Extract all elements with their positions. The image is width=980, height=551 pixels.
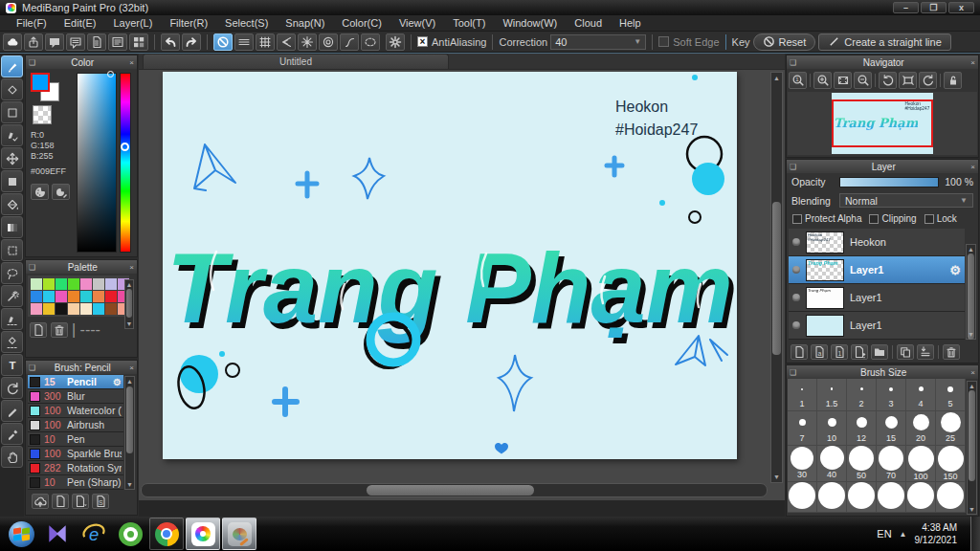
menu-item-cloud[interactable]: Cloud <box>566 17 611 29</box>
taskbar-kmplayer[interactable] <box>40 518 75 550</box>
layer-item[interactable]: Heokon#Hoidap247Heokon <box>789 229 965 256</box>
duplicate-icon[interactable] <box>897 344 914 360</box>
zoom-fit-icon[interactable] <box>834 72 852 89</box>
brush-item-pen-sharp-[interactable]: 10Pen (Sharp) <box>28 475 123 490</box>
brush-size-large[interactable] <box>936 482 966 513</box>
view-reset-icon[interactable] <box>899 72 917 89</box>
tool-select-pen[interactable] <box>1 308 23 330</box>
brush-size-25[interactable]: 25 <box>936 411 966 446</box>
palette-swatch[interactable] <box>56 303 67 315</box>
restore-button[interactable]: ❐ <box>921 2 947 13</box>
minimize-button[interactable]: – <box>893 2 919 13</box>
tool-dot-pen[interactable] <box>1 124 23 146</box>
popout-icon[interactable]: ❏ <box>26 58 38 67</box>
cloud-icon[interactable] <box>3 33 22 51</box>
tool-gradient[interactable] <box>1 216 23 238</box>
palette-wheel-icon[interactable] <box>31 184 49 200</box>
redo-icon[interactable] <box>182 33 201 51</box>
menu-item-tool[interactable]: Tool(T) <box>444 17 494 29</box>
zoom-in-icon[interactable] <box>813 72 832 89</box>
saturation-value-picker[interactable] <box>77 73 117 253</box>
tool-eraser[interactable] <box>1 78 23 100</box>
taskbar-coccoc[interactable] <box>113 518 147 550</box>
brush-size-50[interactable]: 50 <box>847 446 877 482</box>
palette-swatch[interactable] <box>31 291 42 302</box>
close-icon[interactable]: × <box>126 364 137 372</box>
checkbox-protect-alpha[interactable]: Protect Alpha <box>792 213 861 224</box>
opacity-slider[interactable] <box>839 177 939 187</box>
sv-marker[interactable] <box>107 71 114 77</box>
language-indicator[interactable]: EN <box>877 528 891 540</box>
palette-swatch[interactable] <box>31 278 42 290</box>
tool-select-eraser[interactable] <box>1 331 23 353</box>
tool-pen[interactable] <box>1 400 23 422</box>
taskbar-internet-explorer[interactable]: e <box>77 518 111 550</box>
zoom-actual-icon[interactable]: 1 <box>789 72 807 89</box>
palette-swatch[interactable] <box>56 291 67 302</box>
layer-item[interactable]: Trang PhạmLayer1⚙ <box>789 256 965 284</box>
trash-icon[interactable] <box>943 344 960 360</box>
brush-scrollbar[interactable]: ▲▼ <box>124 376 135 490</box>
rotate-left-icon[interactable] <box>879 72 897 89</box>
undo-icon[interactable] <box>161 33 180 51</box>
doc-list-icon[interactable] <box>108 33 127 51</box>
soft-edge-checkbox[interactable]: Soft Edge <box>658 36 719 48</box>
brush-size-3[interactable]: 3 <box>877 379 906 411</box>
brush-size-40[interactable]: 40 <box>817 446 847 482</box>
snap-radial-icon[interactable] <box>298 33 317 51</box>
brush-size-4[interactable]: 4 <box>906 379 936 411</box>
page-s-icon[interactable]: S <box>92 494 109 509</box>
page-a-icon[interactable]: a <box>811 344 828 360</box>
taskbar-paint-app[interactable] <box>222 518 256 550</box>
palette-swatch[interactable] <box>31 303 42 315</box>
document-icon[interactable] <box>87 33 106 51</box>
brush-size-large[interactable] <box>817 482 847 513</box>
navigator-preview[interactable]: Heokon#Hoidap247 Trang Phạm <box>788 92 977 155</box>
palette-swatch[interactable] <box>68 278 79 290</box>
palette-swatch[interactable] <box>43 303 55 315</box>
popout-icon[interactable]: ❏ <box>26 364 38 372</box>
page-new-icon[interactable] <box>52 494 69 509</box>
palette-swatch[interactable] <box>105 303 117 315</box>
taskbar-medibang[interactable] <box>186 518 220 550</box>
brush-size-7[interactable]: 7 <box>788 411 817 446</box>
clock[interactable]: 4:38 AM9/12/2021 <box>915 521 964 546</box>
tray-expand-icon[interactable]: ▲ <box>900 530 907 539</box>
trash-icon[interactable] <box>51 322 68 338</box>
brush-size-large[interactable] <box>788 482 817 513</box>
gear-icon[interactable] <box>386 33 405 51</box>
hue-slider[interactable] <box>120 73 131 253</box>
close-icon[interactable]: × <box>968 368 978 377</box>
layer-item[interactable]: Layer1 <box>789 312 965 340</box>
snap-parallel-icon[interactable] <box>234 33 254 51</box>
menu-item-help[interactable]: Help <box>611 17 650 29</box>
antialiasing-checkbox[interactable]: × AntiAliasing <box>417 36 486 48</box>
palette-swatch[interactable] <box>93 291 104 302</box>
page-new-icon[interactable] <box>30 322 47 338</box>
brush-size-1.5[interactable]: 1.5 <box>817 379 847 411</box>
popout-icon[interactable]: ❏ <box>26 263 38 272</box>
brush-item-pencil[interactable]: 15Pencil⚙ <box>28 375 123 389</box>
hue-marker[interactable] <box>121 143 129 151</box>
layer-item[interactable]: Trang PhạmLayer1 <box>789 284 965 312</box>
brush-item-sparkle-brush[interactable]: 100Sparkle Brush <box>28 447 123 461</box>
create-straight-line-button[interactable]: Create a straight line <box>818 33 951 51</box>
merge-icon[interactable] <box>917 344 934 360</box>
canvas-horizontal-scrollbar[interactable] <box>141 483 768 497</box>
canvas[interactable]: Heokon #Hoidap247 Trang Phạm <box>163 72 737 459</box>
menu-item-file[interactable]: File(F) <box>8 17 56 29</box>
layer-visibility-dot[interactable] <box>792 321 800 329</box>
brush-item-blur[interactable]: 300Blur <box>28 389 123 404</box>
checkbox-lock[interactable]: Lock <box>924 213 957 224</box>
brush-size-large[interactable] <box>877 482 906 513</box>
show-desktop-button[interactable] <box>970 517 980 551</box>
page-new-icon[interactable] <box>791 344 808 360</box>
close-icon[interactable]: × <box>126 58 137 67</box>
brush-size-2[interactable]: 2 <box>847 379 877 411</box>
layer-visibility-dot[interactable] <box>792 294 800 301</box>
rotate-right-icon[interactable] <box>919 72 937 89</box>
palette-swatch[interactable] <box>80 303 92 315</box>
folder-icon[interactable] <box>871 344 888 360</box>
close-button[interactable]: x <box>948 2 974 13</box>
brush-size-large[interactable] <box>847 482 877 513</box>
